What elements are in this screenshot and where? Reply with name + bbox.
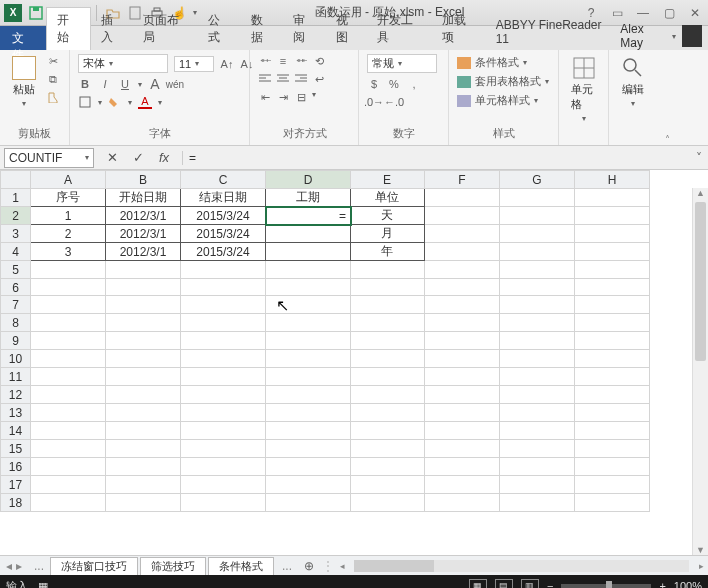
cell[interactable]: 月 [351, 225, 425, 243]
vertical-scrollbar[interactable]: ▲ ▼ [692, 188, 708, 555]
phonetic-icon[interactable]: wén [168, 77, 182, 91]
cell[interactable] [500, 494, 575, 512]
cell[interactable] [575, 386, 650, 404]
cell[interactable] [181, 261, 266, 279]
user-account[interactable]: Alex May ▾ [620, 22, 708, 50]
worksheet-grid[interactable]: A B C D E F G H 1 序号 开始日期 结束日期 工期 单位 2 1… [0, 170, 708, 555]
cell[interactable] [575, 404, 650, 422]
format-as-table-button[interactable]: 套用表格格式▾ [457, 73, 549, 90]
cell[interactable] [351, 314, 425, 332]
cell[interactable] [181, 296, 266, 314]
cell[interactable] [500, 422, 575, 440]
tab-data[interactable]: 数据 [241, 8, 283, 50]
cell[interactable] [500, 279, 575, 296]
border-icon[interactable] [78, 95, 92, 109]
expand-formula-bar-icon[interactable]: ˅ [690, 151, 708, 165]
view-normal-icon[interactable]: ▦ [469, 579, 487, 588]
tab-pagelayout[interactable]: 页面布局 [133, 8, 198, 50]
decrease-decimal-icon[interactable]: ←.0 [387, 95, 401, 109]
cell[interactable] [575, 207, 650, 225]
cell[interactable]: 2012/3/1 [106, 225, 181, 243]
cell[interactable] [31, 476, 106, 494]
cell[interactable] [425, 368, 500, 386]
paste-button[interactable]: 粘贴 ▾ [8, 54, 40, 110]
zoom-slider[interactable] [561, 584, 651, 588]
cell[interactable] [31, 494, 106, 512]
sheet-nav-first-icon[interactable]: ◂ [6, 559, 12, 573]
align-middle-icon[interactable]: ≡ [276, 54, 290, 68]
cell[interactable] [575, 494, 650, 512]
sheet-nav-last-icon[interactable]: ▸ [16, 559, 22, 573]
cell[interactable]: 2 [31, 225, 106, 243]
cell[interactable] [500, 332, 575, 350]
font-size-select[interactable]: 11▾ [174, 56, 214, 72]
cell[interactable] [106, 314, 181, 332]
cell[interactable] [106, 404, 181, 422]
align-left-icon[interactable] [258, 72, 272, 86]
tab-review[interactable]: 审阅 [283, 8, 325, 50]
cell[interactable] [351, 440, 425, 458]
col-header-h[interactable]: H [575, 171, 650, 189]
cell[interactable] [106, 332, 181, 350]
wrap-text-icon[interactable]: ↩ [312, 72, 326, 86]
cell[interactable]: 开始日期 [106, 189, 181, 207]
merge-icon[interactable]: ⊟ [294, 90, 308, 104]
tab-developer[interactable]: 开发工具 [367, 8, 432, 50]
cell[interactable] [31, 368, 106, 386]
cell[interactable] [500, 386, 575, 404]
cell-styles-button[interactable]: 单元格样式▾ [457, 92, 538, 109]
col-header-e[interactable]: E [351, 171, 425, 189]
sheet-tab[interactable]: 冻结窗口技巧 [50, 557, 138, 575]
cell[interactable]: 1 [31, 207, 106, 225]
font-family-select[interactable]: 宋体▾ [78, 54, 168, 73]
cell[interactable] [351, 494, 425, 512]
font-color-icon[interactable]: A [138, 95, 152, 109]
cell[interactable] [31, 279, 106, 296]
cell[interactable] [181, 440, 266, 458]
view-pagelayout-icon[interactable]: ▤ [495, 579, 513, 588]
cell[interactable] [181, 368, 266, 386]
cell[interactable] [266, 440, 351, 458]
cell[interactable] [351, 458, 425, 476]
cell[interactable] [351, 422, 425, 440]
minimize-icon[interactable]: — [634, 4, 652, 22]
cell[interactable] [31, 296, 106, 314]
bold-button[interactable]: B [78, 77, 92, 91]
row-header[interactable]: 5 [1, 261, 31, 279]
cell[interactable] [500, 189, 575, 207]
percent-icon[interactable]: % [387, 77, 401, 91]
row-header[interactable]: 15 [1, 440, 31, 458]
cell[interactable] [181, 350, 266, 368]
cell[interactable] [575, 458, 650, 476]
increase-indent-icon[interactable]: ⇥ [276, 90, 290, 104]
cell[interactable] [425, 225, 500, 243]
cell[interactable]: 2012/3/1 [106, 243, 181, 261]
cell[interactable] [31, 458, 106, 476]
cell[interactable] [425, 189, 500, 207]
number-format-select[interactable]: 常规▾ [367, 54, 437, 73]
cell[interactable] [266, 458, 351, 476]
row-header[interactable]: 7 [1, 296, 31, 314]
select-all-corner[interactable] [1, 171, 31, 189]
cell[interactable] [425, 261, 500, 279]
cell[interactable] [500, 296, 575, 314]
cell[interactable] [500, 404, 575, 422]
format-painter-icon[interactable] [46, 90, 60, 104]
cell[interactable] [575, 243, 650, 261]
cell[interactable] [181, 476, 266, 494]
cell[interactable] [266, 261, 351, 279]
cell[interactable] [106, 350, 181, 368]
cell[interactable] [575, 261, 650, 279]
cell[interactable] [181, 386, 266, 404]
align-top-icon[interactable]: ⬴ [258, 54, 272, 68]
cell[interactable] [500, 243, 575, 261]
cell[interactable] [351, 476, 425, 494]
cell[interactable] [425, 296, 500, 314]
cell[interactable] [266, 332, 351, 350]
cell[interactable] [181, 404, 266, 422]
row-header[interactable]: 11 [1, 368, 31, 386]
cell[interactable] [266, 279, 351, 296]
cell[interactable]: 3 [31, 243, 106, 261]
italic-button[interactable]: I [98, 77, 112, 91]
cell[interactable] [500, 440, 575, 458]
